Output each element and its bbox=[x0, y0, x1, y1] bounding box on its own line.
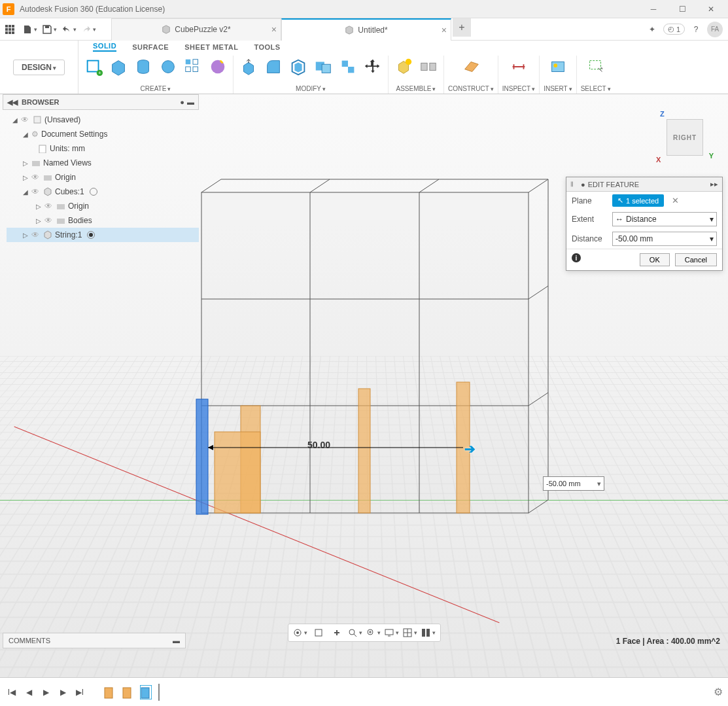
timeline-end-icon[interactable]: ▶I bbox=[73, 686, 86, 699]
insert-label[interactable]: INSERT bbox=[544, 85, 572, 94]
combine-icon[interactable] bbox=[312, 56, 334, 78]
sketch-icon[interactable]: + bbox=[82, 56, 105, 78]
ok-button[interactable]: OK bbox=[640, 253, 670, 266]
grid-icon[interactable] bbox=[402, 625, 418, 641]
select-label[interactable]: SELECT bbox=[581, 85, 611, 94]
sphere-icon[interactable] bbox=[157, 56, 179, 78]
doc-tab-cubepuzzle[interactable]: CubePuzzle v2* × bbox=[111, 18, 281, 41]
pan-icon[interactable] bbox=[329, 625, 345, 641]
timeline-prev-icon[interactable]: ◀ bbox=[22, 686, 35, 699]
viewcube[interactable]: Z Y X RIGHT bbox=[661, 114, 708, 161]
browser-units[interactable]: Units: mm bbox=[7, 141, 199, 156]
construct-label[interactable]: CONSTRUCT bbox=[448, 85, 494, 94]
insert-icon[interactable] bbox=[547, 56, 569, 78]
ribbon-tab-solid[interactable]: SOLID bbox=[93, 42, 116, 52]
distance-input[interactable]: -50.00 mm ▾ bbox=[612, 232, 717, 246]
browser-origin[interactable]: ▷👁Origin bbox=[7, 170, 199, 185]
help-button[interactable]: ? bbox=[687, 21, 704, 38]
redo-button[interactable] bbox=[79, 20, 97, 39]
browser-bodies[interactable]: ▷👁Bodies bbox=[7, 213, 199, 228]
info-icon[interactable]: i bbox=[572, 253, 581, 262]
browser-doc-settings[interactable]: ◢⚙Document Settings bbox=[7, 127, 199, 141]
workspace-picker[interactable]: DESIGN bbox=[0, 41, 78, 94]
browser-header[interactable]: ◀◀ BROWSER ●▬ bbox=[3, 94, 199, 110]
timeline-feature-1[interactable] bbox=[102, 684, 116, 701]
assemble-label[interactable]: ASSEMBLE bbox=[396, 85, 436, 94]
inspect-label[interactable]: INSPECT bbox=[502, 85, 535, 94]
close-button[interactable]: ✕ bbox=[697, 0, 725, 18]
minimize-button[interactable]: ─ bbox=[639, 0, 668, 18]
move-icon[interactable] bbox=[362, 56, 384, 78]
create-form-icon[interactable] bbox=[207, 56, 229, 78]
browser-cubes-origin[interactable]: ▷👁Origin bbox=[7, 199, 199, 213]
fillet-icon[interactable] bbox=[262, 56, 285, 78]
timeline-playhead[interactable] bbox=[158, 684, 160, 701]
user-avatar[interactable]: FA bbox=[707, 22, 723, 37]
plane-selection[interactable]: ↖ 1 selected bbox=[612, 194, 664, 207]
timeline-start-icon[interactable]: I◀ bbox=[5, 686, 18, 699]
select-icon[interactable] bbox=[585, 56, 607, 78]
cancel-button[interactable]: Cancel bbox=[675, 253, 717, 266]
browser-settings-icon[interactable]: ● bbox=[180, 98, 184, 106]
extent-dropdown[interactable]: ↔ Distance ▾ bbox=[612, 212, 717, 226]
job-status-badge[interactable]: ◴ 1 bbox=[663, 24, 685, 35]
tab-close-icon[interactable]: × bbox=[442, 25, 447, 35]
expand-icon[interactable]: ▸▸ bbox=[710, 180, 718, 188]
new-component-icon[interactable] bbox=[392, 56, 415, 78]
chevron-down-icon[interactable]: ▾ bbox=[597, 480, 601, 488]
viewcube-face[interactable]: RIGHT bbox=[667, 119, 703, 156]
browser-named-views[interactable]: ▷Named Views bbox=[7, 156, 199, 170]
measure-icon[interactable] bbox=[508, 56, 530, 78]
file-menu[interactable] bbox=[20, 20, 39, 39]
shell-icon[interactable] bbox=[287, 56, 309, 78]
maximize-button[interactable]: ☐ bbox=[668, 0, 697, 18]
tab-close-icon[interactable]: × bbox=[271, 24, 277, 35]
ribbon-tab-sheetmetal[interactable]: SHEET METAL bbox=[184, 43, 238, 51]
presspull-icon[interactable] bbox=[237, 56, 260, 78]
viewport-icon[interactable] bbox=[421, 625, 436, 641]
edit-feature-header[interactable]: ⦀ ● EDIT FEATURE ▸▸ bbox=[566, 177, 722, 192]
orbit-icon[interactable] bbox=[292, 625, 308, 641]
doc-tab-untitled[interactable]: Untitled* × bbox=[281, 18, 451, 41]
browser-root[interactable]: ◢👁(Unsaved) bbox=[7, 113, 199, 127]
dimension-value[interactable]: 50.00 bbox=[307, 440, 330, 450]
browser-pin-icon[interactable]: ▬ bbox=[187, 98, 194, 106]
modify-label[interactable]: MODIFY bbox=[296, 85, 326, 94]
model-geometry[interactable] bbox=[195, 186, 548, 533]
lookat-icon[interactable] bbox=[311, 625, 326, 641]
activate-radio[interactable] bbox=[87, 231, 95, 239]
timeline-next-icon[interactable]: ▶ bbox=[56, 686, 69, 699]
collapse-icon[interactable]: ◀◀ bbox=[7, 98, 18, 107]
timeline-play-icon[interactable]: ▶ bbox=[39, 686, 52, 699]
ribbon-tab-tools[interactable]: TOOLS bbox=[254, 43, 280, 51]
create-label[interactable]: CREATE bbox=[141, 85, 171, 94]
distance-float-input[interactable]: -50.00 mm ▾ bbox=[543, 476, 604, 491]
align-icon[interactable] bbox=[337, 56, 359, 78]
viewport[interactable]: ◀◀ BROWSER ●▬ ◢👁(Unsaved) ◢⚙Document Set… bbox=[0, 94, 728, 677]
zoom-icon[interactable] bbox=[347, 625, 363, 641]
fit-icon[interactable] bbox=[366, 625, 381, 641]
panel-pin-icon[interactable]: ⦀ bbox=[570, 180, 578, 188]
joint-icon[interactable] bbox=[417, 56, 440, 78]
new-tab-button[interactable]: + bbox=[453, 18, 471, 37]
clear-selection-icon[interactable]: ✕ bbox=[672, 196, 679, 205]
ribbon-tab-surface[interactable]: SURFACE bbox=[132, 43, 169, 51]
comments-bar[interactable]: COMMENTS ▬ bbox=[3, 633, 186, 648]
workspace-button[interactable]: DESIGN bbox=[13, 60, 65, 75]
cylinder-icon[interactable] bbox=[132, 56, 154, 78]
timeline-settings-icon[interactable]: ⚙ bbox=[714, 686, 723, 698]
pattern-icon[interactable] bbox=[182, 56, 204, 78]
timeline-feature-2[interactable] bbox=[120, 684, 135, 701]
display-icon[interactable] bbox=[384, 625, 400, 641]
browser-string[interactable]: ▷👁String:1 bbox=[7, 228, 199, 242]
comments-pin-icon[interactable]: ▬ bbox=[173, 637, 180, 644]
browser-cubes[interactable]: ◢👁Cubes:1 bbox=[7, 185, 199, 199]
direction-arrow-icon[interactable]: ➔ bbox=[464, 441, 476, 457]
save-button[interactable] bbox=[40, 20, 58, 39]
undo-button[interactable] bbox=[60, 20, 78, 39]
activate-radio[interactable] bbox=[90, 188, 97, 196]
timeline-feature-3[interactable] bbox=[139, 684, 153, 701]
data-panel-button[interactable] bbox=[1, 20, 19, 39]
extensions-button[interactable]: ✦ bbox=[644, 21, 661, 38]
box-icon[interactable] bbox=[107, 56, 130, 78]
